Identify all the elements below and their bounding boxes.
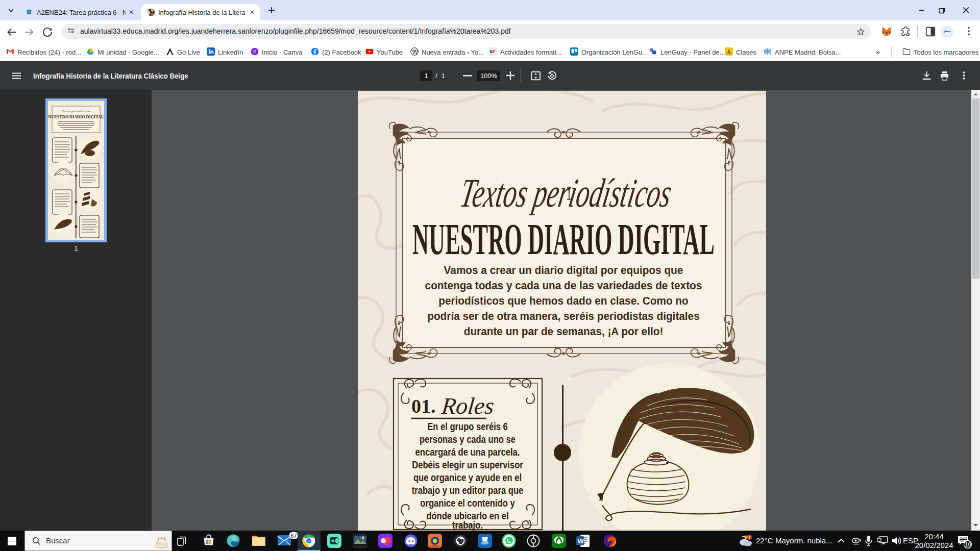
svg-text:10: 10 [965,541,971,547]
svg-text:NUESTRO DIARIO DIGITAL: NUESTRO DIARIO DIGITAL [48,115,104,119]
svg-text:NUESTRO DIARIO DIGITAL: NUESTRO DIARIO DIGITAL [412,214,715,264]
svg-text:Vamos a crear un diario digita: Vamos a crear un diario digital por equi… [444,264,683,277]
svg-text:Roles: Roles [440,393,496,419]
svg-text:periodísticos que hemos dado e: periodísticos que hemos dado en clase. C… [438,294,689,307]
svg-text:contenga todas y cada una de l: contenga todas y cada una de las varieda… [425,279,702,292]
svg-text:encargará de una parcela.: encargará de una parcela. [415,446,520,458]
svg-text:LG: LG [944,30,947,33]
svg-text:durante un par de semanas, ¡A: durante un par de semanas, ¡A por ello! [464,325,664,338]
svg-text:Textos periodísticos: Textos periodísticos [457,170,675,215]
svg-text:En el grupo seréis 6: En el grupo seréis 6 [427,420,508,432]
svg-text:Textos periodisticos: Textos periodisticos [62,109,90,113]
svg-text:personas y cada uno se: personas y cada uno se [420,433,516,445]
svg-text:1: 1 [748,535,751,540]
svg-text:F: F [493,49,495,54]
svg-text:que organice y ayude en el: que organice y ayude en el [413,471,522,483]
svg-text:organice el contenido y: organice el contenido y [420,497,515,509]
svg-text:podría ser de otra manera, ser: podría ser de otra manera, seréis period… [427,310,700,322]
svg-text:trabajo.: trabajo. [452,519,483,531]
svg-text:trabajo y un editor para que: trabajo y un editor para que [412,484,524,496]
svg-text:&: & [489,49,493,54]
svg-text:Debéis elegir un supervisor: Debéis elegir un supervisor [412,459,523,470]
svg-text:01.: 01. [411,395,436,417]
svg-text:W: W [578,537,584,545]
